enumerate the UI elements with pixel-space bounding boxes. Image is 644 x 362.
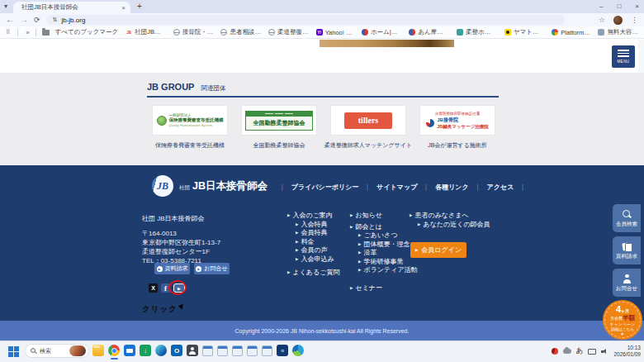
browser-tab[interactable]: 社団JB日本接骨師会 × bbox=[13, 2, 130, 13]
footer-nav-item[interactable]: よくあるご質問 bbox=[287, 269, 339, 278]
bookmark-item[interactable]: 患者相談ダイヤル相... bbox=[220, 28, 261, 36]
org-card-jb-clinic[interactable]: 接骨医療臨床研修施設付属 JB接骨院 JB鍼灸マッサージ治療院 bbox=[419, 105, 495, 136]
bookmark-item[interactable]: 柔道整復師の療養... bbox=[268, 28, 309, 36]
footer-nav-item[interactable]: あなたの近くの師会員 bbox=[410, 221, 490, 230]
contact-button[interactable]: ▶ お問合せ bbox=[194, 263, 230, 274]
taskbar-app-icon[interactable] bbox=[232, 345, 243, 356]
bookmark-item[interactable]: あん摩マッサージ指圧... bbox=[409, 28, 449, 36]
profile-avatar[interactable] bbox=[613, 16, 623, 25]
footer-nav-item[interactable]: 入会申込み bbox=[287, 255, 339, 264]
footer-nav-item[interactable]: 患者のみなさまへ bbox=[410, 212, 490, 221]
close-button[interactable]: × bbox=[635, 2, 639, 10]
footer-link[interactable]: プライバシーポリシー bbox=[291, 183, 376, 192]
footer-address: 社団 JB日本接骨師会 〒164-0013 東京都中野区弥生町1-13-7 柔道… bbox=[142, 214, 220, 265]
tray-monitor-icon[interactable] bbox=[588, 349, 596, 355]
request-docs-button[interactable]: ▶ 資料請求 bbox=[154, 263, 190, 274]
footer-nav-item[interactable]: 沿革 bbox=[350, 249, 418, 258]
taskbar-app-icon[interactable] bbox=[217, 345, 228, 356]
bookmark-item[interactable]: 社団JB日本接骨師会 bbox=[125, 28, 166, 36]
apps-grid-icon[interactable]: ⠿ bbox=[6, 29, 10, 36]
tray-security-icon[interactable] bbox=[552, 348, 558, 355]
x-twitter-icon[interactable]: X bbox=[149, 283, 158, 293]
footer-nav-item[interactable]: お知らせ bbox=[350, 212, 418, 221]
member-login-button[interactable]: 会員ログイン bbox=[410, 242, 466, 258]
footer-nav-item[interactable]: 入会のご案内 bbox=[287, 212, 339, 221]
org-card-qrs[interactable]: 一般財団法人 保険療養費審査等受託機構 Quality Humanization… bbox=[152, 105, 228, 136]
footer-nav-item[interactable]: ごあいさつ bbox=[350, 231, 418, 241]
taskbar-app-icon[interactable] bbox=[108, 345, 120, 356]
start-button[interactable] bbox=[8, 346, 13, 351]
side-button-icon bbox=[622, 274, 632, 283]
bookmark-item[interactable]: 無料大容量 ファイル... bbox=[598, 28, 638, 36]
hamburger-icon bbox=[618, 53, 629, 55]
footer-link[interactable]: アクセス bbox=[487, 183, 533, 192]
tab-title: 社団JB日本接骨師会 bbox=[21, 3, 118, 12]
footer-nav-column-join: 入会のご案内入会特典会員特典料金会員の声入会申込みよくあるご質問 bbox=[287, 212, 339, 278]
taskbar-app-icon[interactable] bbox=[187, 345, 198, 356]
badge-unit: ヶ月 bbox=[621, 308, 629, 313]
campaign-badge[interactable]: 4ヶ月 月会費半額 キャンペーン 詳細はこちら ▶ bbox=[604, 301, 642, 339]
bookmark-star-icon[interactable]: ☆ bbox=[599, 16, 605, 24]
taskbar-app-icon[interactable] bbox=[155, 345, 167, 356]
footer-nav-item[interactable]: セミナー bbox=[350, 284, 418, 293]
tray-cloud-icon[interactable] bbox=[563, 349, 571, 354]
side-button-label: お問合せ bbox=[616, 285, 637, 293]
all-bookmarks-label[interactable]: すべてのブックマーク bbox=[55, 28, 119, 36]
back-button[interactable]: ← bbox=[6, 16, 14, 24]
org-card-kinmu[interactable]: 全国勤務柔整師協会 bbox=[241, 105, 317, 136]
nav-item-label: 師会とは bbox=[355, 223, 381, 231]
taskbar-app-icon[interactable] bbox=[277, 345, 288, 356]
footer-nav-item[interactable]: 入会特典 bbox=[287, 221, 339, 230]
browser-tab-strip: ▾ 社団JB日本接骨師会 × + – □ × bbox=[0, 0, 644, 13]
bookmark-item[interactable]: ホーム|厚生労働省 bbox=[362, 28, 402, 36]
new-tab-button[interactable]: + bbox=[137, 2, 142, 11]
forward-button[interactable]: → bbox=[20, 16, 28, 24]
footer-link[interactable]: サイトマップ bbox=[376, 183, 435, 192]
reload-button[interactable]: ⟳ bbox=[34, 17, 40, 24]
taskbar-app-icon[interactable] bbox=[262, 345, 272, 356]
address-bar[interactable]: ⇅ jb-jb.org bbox=[46, 15, 565, 25]
maximize-button[interactable]: □ bbox=[617, 2, 621, 10]
bookmarks-overflow-icon[interactable]: » bbox=[26, 29, 29, 36]
taskbar-app-icon[interactable] bbox=[140, 345, 151, 356]
side-floating-button[interactable]: 資料請求 bbox=[613, 236, 641, 264]
bookmark-item[interactable]: ヤマトビジネスメンバーズ bbox=[504, 28, 545, 36]
site-info-icon[interactable]: ⇅ bbox=[53, 17, 58, 23]
footer-link[interactable]: 各種リンク bbox=[435, 183, 486, 192]
site-menu-button[interactable]: MENU bbox=[612, 45, 635, 68]
taskbar-app-icon[interactable] bbox=[247, 345, 258, 356]
tray-speaker-icon[interactable] bbox=[601, 348, 608, 355]
address-org: 社団 JB日本接骨師会 bbox=[142, 214, 220, 223]
browser-menu-icon[interactable]: ⋮ bbox=[631, 16, 638, 24]
side-floating-button[interactable]: お問合せ bbox=[613, 269, 641, 297]
footer-nav-item[interactable]: 会員の声 bbox=[287, 246, 339, 255]
footer-nav-item[interactable]: 会員特典 bbox=[287, 229, 339, 238]
login-button-label: 会員ログイン bbox=[421, 245, 462, 255]
taskbar-app-icon[interactable] bbox=[292, 345, 304, 356]
taskbar-search-box[interactable]: 検索 bbox=[25, 344, 89, 358]
minimize-button[interactable]: – bbox=[599, 2, 603, 10]
side-floating-button[interactable]: 会員検索 bbox=[613, 204, 641, 232]
taskbar-app-icon[interactable] bbox=[171, 345, 182, 356]
footer-nav-item[interactable]: 団体概要・理念 bbox=[350, 241, 418, 250]
org-card-tillers[interactable]: tillers bbox=[330, 105, 406, 136]
bookmark-item[interactable]: Platform Home bbox=[552, 29, 590, 36]
footer-nav-item[interactable]: 学術研修事業 bbox=[350, 258, 418, 267]
taskbar-app-icon[interactable] bbox=[202, 345, 213, 356]
tab-search-icon[interactable]: ▾ bbox=[4, 2, 7, 10]
search-highlight-thumbnail[interactable] bbox=[69, 345, 86, 356]
bookmark-label: Platform Home bbox=[561, 29, 590, 36]
taskbar-clock[interactable]: 10:13 2026/01/09 bbox=[613, 345, 641, 358]
footer-nav-item[interactable]: 師会とは bbox=[350, 223, 418, 232]
all-bookmarks-folder-icon[interactable] bbox=[42, 30, 50, 36]
bookmark-item[interactable]: 柔整ホットニュース |... bbox=[457, 28, 497, 36]
footer-logo[interactable]: JB 社団 JB日本接骨師会 bbox=[152, 175, 268, 197]
footer-nav-item[interactable]: ボランティア活動 bbox=[350, 266, 418, 275]
tab-close-icon[interactable]: × bbox=[121, 4, 125, 12]
footer-nav-item[interactable]: 料金 bbox=[287, 238, 339, 247]
taskbar-app-icon[interactable] bbox=[124, 345, 135, 356]
bookmark-item[interactable]: Yahoo! JAPAN bbox=[316, 29, 354, 36]
bookmark-item[interactable]: 接骨院・整骨院の事... bbox=[173, 28, 214, 36]
taskbar-app-icon[interactable] bbox=[92, 345, 104, 356]
ime-indicator[interactable]: あ bbox=[576, 346, 584, 356]
